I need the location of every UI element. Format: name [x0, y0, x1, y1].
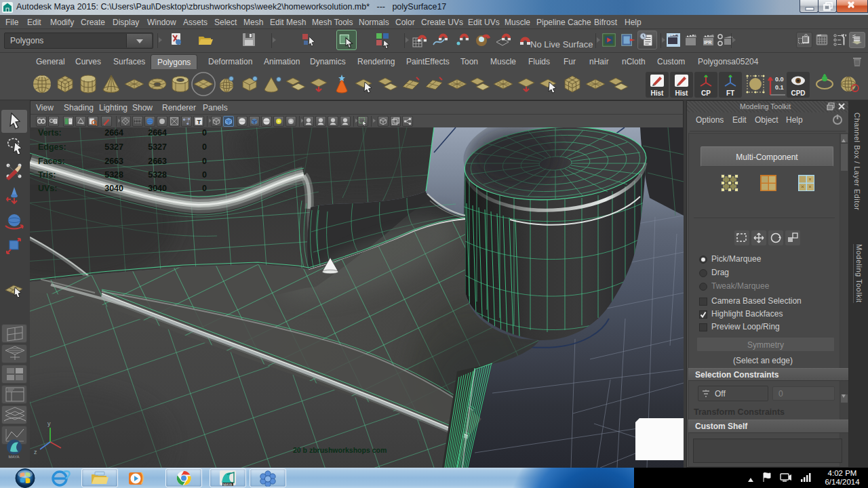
svg-text:5328: 5328 — [104, 170, 123, 180]
svg-text:MAYA: MAYA — [9, 455, 20, 459]
svg-text:y: y — [47, 420, 51, 427]
svg-text:0: 0 — [202, 184, 207, 193]
svg-text:Tris:: Tris: — [38, 170, 56, 180]
svg-text:2664: 2664 — [148, 128, 167, 138]
svg-text:2663: 2663 — [148, 157, 167, 166]
svg-text:Verts:: Verts: — [38, 128, 62, 138]
svg-text:3040: 3040 — [104, 184, 123, 193]
svg-text:0: 0 — [202, 128, 207, 138]
svg-text:T: T — [197, 118, 201, 125]
svg-text:z: z — [34, 449, 37, 455]
svg-text:5327: 5327 — [104, 142, 123, 152]
svg-text:0: 0 — [202, 170, 207, 180]
svg-text:5327: 5327 — [148, 142, 167, 152]
svg-text:5328: 5328 — [148, 170, 167, 180]
svg-text:20 b zbrushworkshops com: 20 b zbrushworkshops com — [293, 446, 387, 454]
svg-text:0.0: 0.0 — [775, 76, 784, 83]
svg-text:2663: 2663 — [104, 157, 123, 166]
svg-text:Faces:: Faces: — [38, 157, 65, 166]
svg-text:IPR: IPR — [704, 40, 712, 45]
svg-text:2664: 2664 — [104, 128, 123, 138]
svg-text:3040: 3040 — [148, 184, 167, 193]
svg-text:0: 0 — [202, 157, 207, 166]
svg-text:MAYA: MAYA — [223, 483, 233, 487]
svg-text:UVs:: UVs: — [38, 184, 57, 193]
svg-text:Edges:: Edges: — [38, 142, 66, 152]
svg-text:0: 0 — [202, 142, 207, 152]
svg-text:0.1: 0.1 — [775, 84, 784, 91]
